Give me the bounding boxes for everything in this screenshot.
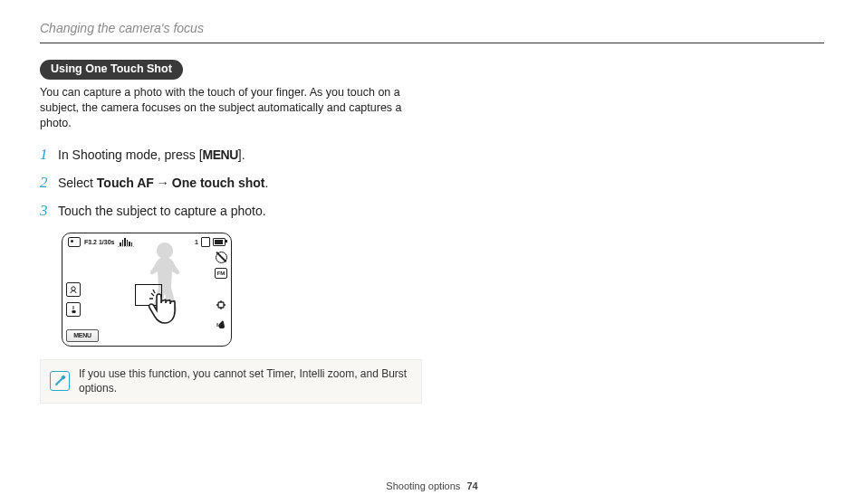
note-text: If you use this function, you cannot set…	[79, 366, 412, 395]
subsection-pill: Using One Touch Shot	[40, 60, 183, 80]
shot-counter: 1	[195, 238, 198, 246]
svg-rect-0	[218, 302, 224, 308]
histogram-icon	[118, 238, 134, 247]
step-number: 1	[40, 145, 58, 166]
section-title: Changing the camera's focus	[40, 20, 824, 43]
svg-point-1	[72, 287, 75, 290]
touch-mode-icon	[66, 302, 81, 317]
touch-hand-icon	[144, 288, 184, 328]
page-footer: Shooting options 74	[0, 480, 864, 493]
note-icon	[50, 371, 70, 391]
page-number: 74	[466, 480, 477, 491]
step-3: 3 Touch the subject to capture a photo.	[40, 201, 438, 222]
battery-icon	[213, 238, 226, 246]
camera-mode-icon	[68, 237, 81, 247]
camera-screen-illustration: F3.2 1/30s 1 FM	[62, 233, 232, 347]
step-number: 3	[40, 201, 58, 222]
menu-button: MENU	[66, 329, 99, 342]
step-text: Touch the subject to capture a photo.	[58, 203, 266, 220]
note-callout: If you use this function, you cannot set…	[40, 359, 422, 403]
step-number: 2	[40, 173, 58, 194]
step-2: 2 Select Touch AF → One touch shot.	[40, 173, 438, 194]
intro-text: You can capture a photo with the touch o…	[40, 85, 420, 131]
exposure-readout: F3.2 1/30s	[84, 238, 114, 246]
step-text: Select Touch AF → One touch shot.	[58, 175, 268, 192]
hand-shake-icon	[215, 318, 227, 332]
photo-size-icon: FM	[215, 268, 227, 279]
image-stabilization-icon	[215, 299, 227, 313]
menu-label-inline: MENU	[203, 147, 238, 162]
step-text: In Shooting mode, press [MENU].	[58, 147, 245, 164]
flash-off-icon	[216, 252, 227, 263]
face-detection-icon	[66, 282, 81, 297]
footer-label: Shooting options	[386, 480, 460, 491]
step-1: 1 In Shooting mode, press [MENU].	[40, 145, 438, 166]
steps-list: 1 In Shooting mode, press [MENU]. 2 Sele…	[40, 145, 438, 222]
arrow-icon: →	[154, 175, 172, 192]
